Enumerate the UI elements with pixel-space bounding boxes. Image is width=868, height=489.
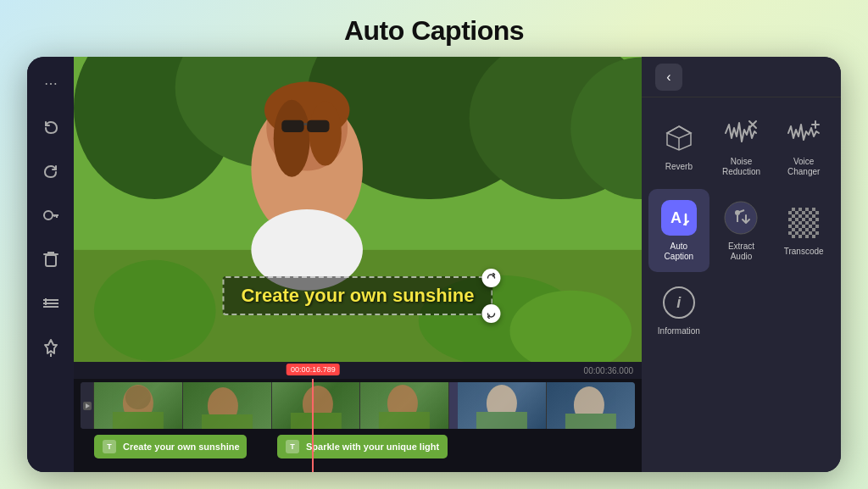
extract-audio-icon [722, 199, 760, 236]
toolbar-redo-icon[interactable] [38, 158, 64, 184]
checkered-box [788, 208, 819, 238]
panel-item-transcode[interactable]: Transcode [773, 189, 834, 272]
voice-changer-label: VoiceChanger [787, 157, 820, 177]
svg-rect-40 [379, 412, 430, 429]
caption-text: Create your own sunshine [241, 285, 474, 306]
svg-point-33 [125, 386, 151, 409]
panel-item-noise-reduction[interactable]: NoiseReduction [711, 104, 772, 187]
main-content: Create your own sunshine 00:00:36.000 [74, 57, 642, 472]
svg-point-22 [309, 101, 342, 166]
back-button[interactable]: ‹ [655, 64, 682, 91]
information-icon: i [660, 284, 698, 321]
panel-item-information[interactable]: i Information [648, 274, 709, 347]
auto-caption-label: AutoCaption [665, 242, 693, 262]
auto-caption-icon: A [660, 199, 698, 236]
reverb-label: Reverb [665, 162, 693, 172]
transcode-label: Transcode [784, 247, 824, 257]
svg-point-21 [274, 100, 310, 177]
panel-header: ‹ [642, 57, 841, 97]
playhead[interactable]: 00:00:16.789 [312, 379, 314, 472]
rotate-handle-bottom[interactable] [482, 304, 501, 323]
svg-rect-38 [291, 413, 342, 429]
svg-text:A: A [670, 209, 682, 226]
video-frame: Create your own sunshine [74, 57, 642, 362]
reverb-icon [660, 119, 698, 157]
panel-item-extract-audio[interactable]: ExtractAudio [711, 189, 772, 272]
noise-reduction-label: NoiseReduction [722, 157, 760, 177]
svg-point-0 [44, 211, 53, 219]
caption-chip-icon-1: T [103, 440, 116, 453]
toolbar-delete-icon[interactable] [38, 247, 64, 272]
caption-track: T Create your own sunshine T Sparkle wit… [81, 432, 635, 461]
auto-caption-icon-box: A [661, 200, 697, 236]
panel-grid: Reverb NoiseReduction [642, 97, 841, 472]
caption-chip-2[interactable]: T Sparkle with your unique light [277, 435, 448, 458]
end-time-label: 00:00:36.000 [584, 366, 633, 375]
toolbar-layers-icon[interactable] [38, 291, 64, 316]
timeline-time-bar: 00:00:36.000 [74, 362, 642, 379]
page-title: Auto Captions [344, 15, 524, 47]
voice-changer-icon [785, 114, 822, 152]
svg-marker-46 [667, 126, 691, 138]
information-label: Information [658, 326, 700, 336]
timeline: 00:00:36.000 [74, 362, 642, 472]
svg-rect-4 [46, 255, 56, 266]
toolbar-key-icon[interactable] [38, 203, 64, 228]
info-circle-box: i [663, 286, 695, 319]
svg-rect-36 [202, 414, 253, 429]
svg-rect-23 [281, 120, 303, 132]
video-preview: Create your own sunshine [74, 57, 642, 362]
caption-chip-icon-2: T [286, 440, 299, 453]
svg-point-27 [94, 260, 216, 362]
video-track [81, 382, 635, 429]
noise-reduction-icon [722, 114, 760, 152]
rotate-handle-top[interactable] [482, 269, 501, 287]
toolbar-more-icon[interactable]: ⋯ [38, 70, 64, 96]
playhead-time: 00:00:16.789 [287, 364, 340, 375]
left-toolbar: ⋯ [27, 57, 74, 472]
toolbar-pin-icon[interactable] [38, 335, 64, 360]
toolbar-undo-icon[interactable] [38, 114, 64, 140]
timeline-tracks: T Create your own sunshine T Sparkle wit… [74, 379, 642, 472]
transcode-icon [785, 204, 822, 242]
svg-rect-44 [565, 414, 616, 429]
caption-overlay[interactable]: Create your own sunshine [222, 276, 492, 315]
caption-chip-1[interactable]: T Create your own sunshine [94, 435, 247, 458]
panel-item-reverb[interactable]: Reverb [648, 104, 709, 187]
extract-audio-label: ExtractAudio [728, 242, 754, 262]
svg-rect-24 [307, 120, 329, 132]
svg-rect-42 [476, 412, 527, 429]
device-frame: ⋯ [27, 57, 841, 472]
svg-point-55 [725, 202, 757, 234]
svg-rect-34 [113, 412, 164, 429]
right-panel: ‹ Reverb [642, 57, 841, 472]
panel-item-auto-caption[interactable]: A AutoCaption [648, 189, 709, 272]
panel-item-voice-changer[interactable]: VoiceChanger [773, 104, 834, 187]
